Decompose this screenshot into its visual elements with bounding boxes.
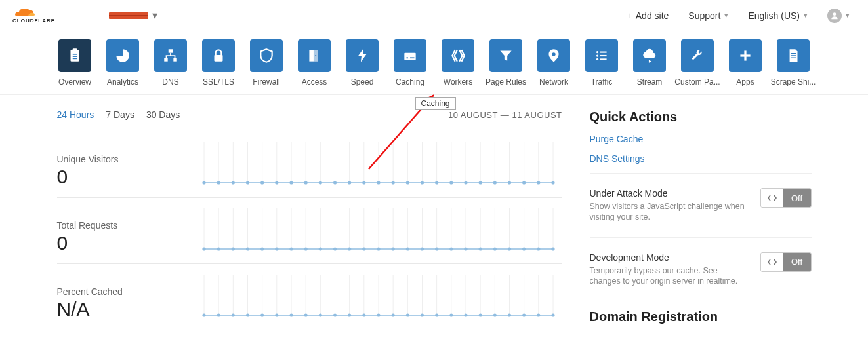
under-attack-toggle[interactable]: Off [760, 188, 812, 208]
svg-point-65 [348, 181, 351, 184]
dns-settings-link[interactable]: DNS Settings [590, 153, 812, 164]
svg-point-128 [537, 247, 540, 250]
svg-point-159 [260, 313, 264, 316]
svg-point-168 [391, 313, 394, 316]
range-tab-30d[interactable]: 30 Days [146, 109, 180, 120]
svg-point-20 [596, 58, 598, 60]
metric-value: 0 [57, 232, 182, 254]
svg-rect-2 [71, 50, 79, 61]
svg-rect-10 [215, 55, 223, 62]
add-site-button[interactable]: + Add site [627, 10, 669, 21]
svg-point-179 [551, 313, 554, 316]
svg-point-113 [318, 247, 321, 250]
cloudflare-logo[interactable]: CLOUDFLARE [12, 5, 84, 27]
lock-icon [202, 39, 235, 72]
range-tab-7d[interactable]: 7 Days [106, 109, 134, 120]
svg-point-126 [507, 247, 510, 250]
svg-point-1 [833, 12, 837, 16]
svg-point-176 [507, 313, 510, 316]
svg-point-71 [435, 181, 438, 184]
dev-mode-desc: Temporarily bypass our cache. See change… [590, 265, 750, 287]
svg-rect-8 [164, 58, 167, 61]
nav-plus[interactable]: Apps [728, 39, 764, 94]
svg-point-166 [362, 313, 365, 316]
toggle-state-label: Off [783, 253, 811, 271]
svg-point-64 [333, 181, 336, 184]
bolt-icon [346, 39, 379, 72]
nav-marker[interactable]: Network [536, 39, 572, 94]
metric-label: Percent Cached [57, 286, 182, 297]
chevron-down-icon: ▾ [804, 11, 808, 20]
nav-label: Apps [736, 77, 754, 86]
nav-clipboard[interactable]: Overview [57, 39, 93, 94]
svg-point-174 [478, 313, 482, 316]
svg-rect-9 [173, 58, 176, 61]
pie-icon [106, 39, 139, 72]
svg-point-68 [391, 181, 394, 184]
sparkline-chart [195, 142, 562, 188]
svg-point-56 [217, 181, 220, 184]
svg-point-73 [464, 181, 467, 184]
support-dropdown[interactable]: Support ▾ [688, 10, 728, 21]
nav-label: Traffic [591, 77, 613, 86]
svg-point-72 [449, 181, 453, 184]
nav-pie[interactable]: Analytics [105, 39, 141, 94]
purge-cache-link[interactable]: Purge Cache [590, 134, 812, 144]
nav-cloud-play[interactable]: Stream [632, 39, 668, 94]
svg-point-157 [231, 313, 234, 316]
chevron-down-icon: ▾ [846, 11, 850, 20]
nav-label: Workers [444, 77, 472, 86]
domain-registration-heading: Domain Registration [590, 309, 812, 324]
svg-point-125 [493, 247, 496, 250]
page-icon [777, 39, 810, 72]
nav-drive[interactable]: Caching Caching [392, 39, 428, 94]
date-range-label: 10 AUGUST — 11 AUGUST [448, 110, 562, 120]
tooltip: Caching [415, 97, 456, 110]
nav-page[interactable]: Scrape Shi... [775, 39, 812, 94]
svg-point-67 [377, 181, 380, 184]
svg-text:CLOUDFLARE: CLOUDFLARE [12, 18, 55, 24]
clipboard-icon [58, 39, 91, 72]
drive-icon [394, 39, 426, 72]
nav-list[interactable]: Traffic [584, 39, 620, 94]
svg-point-112 [304, 247, 307, 250]
nav-label: Network [539, 77, 568, 86]
svg-point-74 [478, 181, 482, 184]
range-tab-24h[interactable]: 24 Hours [57, 109, 94, 120]
door-icon [298, 39, 331, 72]
account-menu[interactable]: ▾ [827, 9, 850, 23]
svg-point-69 [405, 181, 409, 184]
svg-point-19 [596, 54, 598, 56]
svg-point-124 [478, 247, 482, 250]
nav-label: Firewall [253, 77, 279, 86]
language-dropdown[interactable]: English (US) ▾ [748, 10, 808, 21]
nav-door[interactable]: Access [297, 39, 333, 94]
cloud-play-icon [633, 39, 666, 72]
dev-mode-toggle[interactable]: Off [760, 252, 812, 272]
svg-point-59 [260, 181, 264, 184]
svg-point-165 [348, 313, 351, 316]
nav-shield[interactable]: Firewall [249, 39, 285, 94]
svg-point-171 [435, 313, 438, 316]
nav-tiles: Overview Analytics DNS SSL/TLS Firewall … [0, 31, 868, 95]
toggle-arrows-icon [761, 253, 783, 271]
nav-workers[interactable]: Workers [440, 39, 476, 94]
svg-point-17 [552, 52, 555, 56]
nav-sitemap[interactable]: DNS [153, 39, 189, 94]
nav-label: Caching [396, 77, 424, 86]
nav-wrench[interactable]: Custom Pa... [680, 39, 716, 94]
nav-lock[interactable]: SSL/TLS [201, 39, 237, 94]
nav-bolt[interactable]: Speed [344, 39, 381, 94]
svg-point-160 [275, 313, 278, 316]
toggle-state-label: Off [783, 189, 811, 207]
svg-point-162 [304, 313, 307, 316]
svg-point-60 [275, 181, 278, 184]
domain-selector[interactable]: ▾ [109, 9, 157, 22]
svg-point-122 [449, 247, 453, 250]
chevron-down-icon: ▾ [152, 9, 157, 22]
nav-label: SSL/TLS [203, 77, 234, 86]
svg-point-119 [405, 247, 409, 250]
nav-funnel[interactable]: Page Rules [488, 39, 524, 94]
svg-point-120 [420, 247, 423, 250]
sparkline-chart [195, 208, 562, 254]
